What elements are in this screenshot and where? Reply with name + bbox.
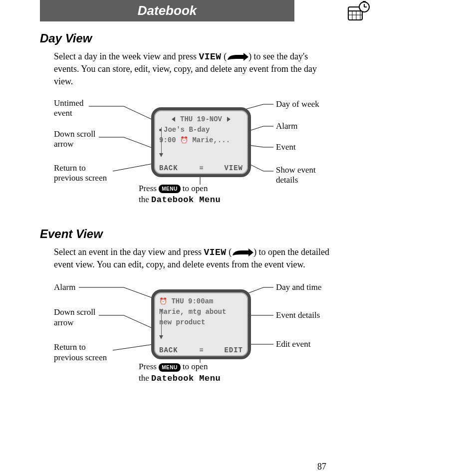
screen-event2: 9:00 ⏰ Marie,... <box>159 135 243 146</box>
scroll-track <box>161 309 162 335</box>
prev-day-icon <box>172 117 175 122</box>
callout-downscroll: Down scroll arrow <box>54 129 96 150</box>
svg-line-28 <box>113 344 154 350</box>
view-key-label: VIEW <box>199 52 221 62</box>
callout-showdetails: Show event details <box>276 165 316 186</box>
day-view-diagram: THU 19-NOV Joe's B-day 9:00 ⏰ Marie,... … <box>54 97 373 217</box>
callout-untimed: Untimed event <box>54 98 84 119</box>
scroll-track <box>161 127 162 153</box>
screen-date-row: ⏰ THU 9:00am <box>159 296 243 307</box>
right-softkey-icon <box>232 248 253 257</box>
event-view-heading: Event View <box>40 227 436 241</box>
calendar-clock-icon <box>346 1 371 28</box>
event-view-phone-screen: ⏰ THU 9:00am Marie, mtg about new produc… <box>151 289 251 359</box>
view-key-label: VIEW <box>204 247 226 257</box>
down-scroll-arrow-icon <box>159 335 163 339</box>
svg-rect-9 <box>363 1 366 2</box>
alarm-icon: ⏰ <box>180 137 188 144</box>
right-softkey-icon <box>227 53 248 62</box>
softkey-back: BACK <box>159 346 178 354</box>
day-view-heading: Day View <box>40 31 436 45</box>
day-view-body: Select a day in the week view and press … <box>54 50 333 87</box>
screen-date-row: THU 19-NOV <box>159 114 243 125</box>
callout-return: Return to previous screen <box>54 163 107 184</box>
day-view-phone-screen: THU 19-NOV Joe's B-day 9:00 ⏰ Marie,... … <box>151 107 251 177</box>
menu-button-icon: MENU <box>159 363 180 372</box>
menu-icon: ≡ <box>199 164 203 172</box>
day-view-caption: Press MENU to open the Datebook Menu <box>139 183 268 206</box>
screen-line2: Marie, mtg about <box>159 307 243 317</box>
callout-downscroll: Down scroll arrow <box>54 307 96 328</box>
callout-return: Return to previous screen <box>54 342 107 363</box>
softkey-back: BACK <box>159 164 178 172</box>
callout-edit: Edit event <box>276 339 310 349</box>
softkey-view: VIEW <box>224 164 243 172</box>
callout-event: Event <box>276 142 296 152</box>
page-header: Datebook <box>40 0 436 21</box>
page-number: 87 <box>317 462 326 472</box>
screen-line3: new product <box>159 317 243 328</box>
next-day-icon <box>227 117 231 122</box>
callout-dayofweek: Day of week <box>276 99 319 109</box>
event-view-caption: Press MENU to open the Datebook Menu <box>139 361 268 384</box>
callout-alarm: Alarm <box>276 121 297 131</box>
menu-button-icon: MENU <box>159 185 180 193</box>
down-scroll-arrow-icon <box>159 153 163 157</box>
callout-alarm: Alarm <box>54 282 75 292</box>
screen-event1: Joe's B-day <box>159 125 243 135</box>
event-view-body: Select an event in the day view and pres… <box>54 246 333 271</box>
menu-icon: ≡ <box>199 346 203 354</box>
event-view-diagram: ⏰ THU 9:00am Marie, mtg about new produc… <box>54 280 373 395</box>
softkey-edit: EDIT <box>224 346 243 354</box>
header-title: Datebook <box>40 0 294 21</box>
callout-details: Event details <box>276 310 320 320</box>
alarm-icon: ⏰ <box>159 298 167 305</box>
callout-daytime: Day and time <box>276 282 322 292</box>
